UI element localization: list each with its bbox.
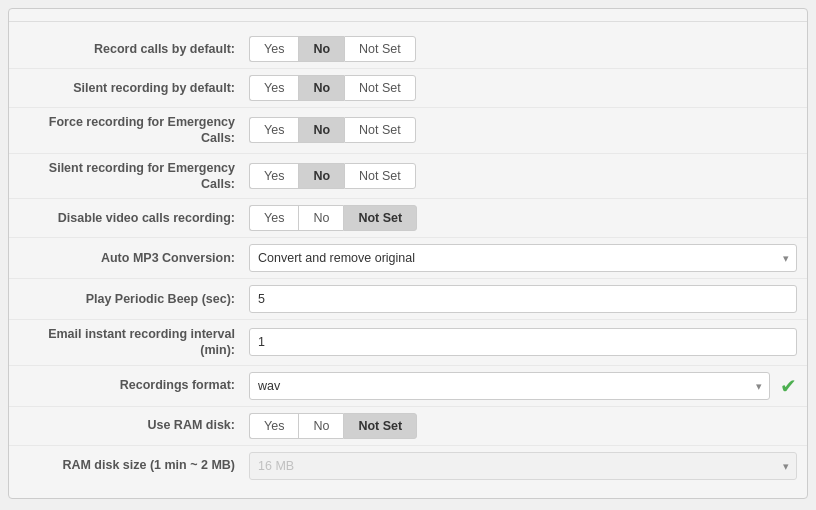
label-silent-recording-emergency: Silent recording for Emergency Calls: (19, 160, 249, 193)
btn-silent-recording-default-no[interactable]: No (298, 75, 344, 101)
check-icon: ✔ (780, 374, 797, 398)
control-ram-disk-size: 16 MB32 MB64 MB128 MB▾ (249, 452, 797, 480)
form-row-disable-video-recording: Disable video calls recording:YesNoNot S… (9, 198, 807, 237)
label-play-periodic-beep: Play Periodic Beep (sec): (19, 291, 249, 307)
form-row-play-periodic-beep: Play Periodic Beep (sec): (9, 278, 807, 319)
label-silent-recording-default: Silent recording by default: (19, 80, 249, 96)
label-disable-video-recording: Disable video calls recording: (19, 210, 249, 226)
form-row-recordings-format: Recordings format:wavmp3ogg▾✔ (9, 365, 807, 406)
btn-group-silent-recording-emergency: YesNoNot Set (249, 163, 416, 189)
select-wrapper-recordings-format: wavmp3ogg▾ (249, 372, 770, 400)
label-force-recording-emergency: Force recording for Emergency Calls: (19, 114, 249, 147)
btn-silent-recording-emergency-not-set[interactable]: Not Set (344, 163, 416, 189)
btn-use-ram-disk-not-set[interactable]: Not Set (343, 413, 417, 439)
btn-silent-recording-emergency-no[interactable]: No (298, 163, 344, 189)
form-row-force-recording-emergency: Force recording for Emergency Calls:YesN… (9, 107, 807, 153)
control-record-calls-default: YesNoNot Set (249, 36, 797, 62)
btn-group-silent-recording-default: YesNoNot Set (249, 75, 416, 101)
label-recordings-format: Recordings format: (19, 377, 249, 393)
control-silent-recording-emergency: YesNoNot Set (249, 163, 797, 189)
control-recordings-format: wavmp3ogg▾✔ (249, 372, 797, 400)
form-row-silent-recording-emergency: Silent recording for Emergency Calls:Yes… (9, 153, 807, 199)
form-row-record-calls-default: Record calls by default:YesNoNot Set (9, 30, 807, 68)
btn-force-recording-emergency-yes[interactable]: Yes (249, 117, 298, 143)
btn-silent-recording-default-not-set[interactable]: Not Set (344, 75, 416, 101)
select-wrapper-auto-mp3-conversion: Convert and remove originalConvert and k… (249, 244, 797, 272)
control-play-periodic-beep (249, 285, 797, 313)
control-email-instant-recording (249, 328, 797, 356)
btn-record-calls-default-not-set[interactable]: Not Set (344, 36, 416, 62)
form-row-ram-disk-size: RAM disk size (1 min ~ 2 MB)16 MB32 MB64… (9, 445, 807, 486)
btn-group-use-ram-disk: YesNoNot Set (249, 413, 417, 439)
panel-title (9, 9, 807, 22)
btn-force-recording-emergency-not-set[interactable]: Not Set (344, 117, 416, 143)
btn-disable-video-recording-not-set[interactable]: Not Set (343, 205, 417, 231)
input-email-instant-recording[interactable] (249, 328, 797, 356)
btn-group-record-calls-default: YesNoNot Set (249, 36, 416, 62)
label-record-calls-default: Record calls by default: (19, 41, 249, 57)
input-play-periodic-beep[interactable] (249, 285, 797, 313)
select-wrapper-ram-disk-size: 16 MB32 MB64 MB128 MB▾ (249, 452, 797, 480)
btn-disable-video-recording-no[interactable]: No (298, 205, 343, 231)
label-ram-disk-size: RAM disk size (1 min ~ 2 MB) (19, 457, 249, 473)
form-row-silent-recording-default: Silent recording by default:YesNoNot Set (9, 68, 807, 107)
select-auto-mp3-conversion[interactable]: Convert and remove originalConvert and k… (249, 244, 797, 272)
control-disable-video-recording: YesNoNot Set (249, 205, 797, 231)
control-use-ram-disk: YesNoNot Set (249, 413, 797, 439)
btn-group-force-recording-emergency: YesNoNot Set (249, 117, 416, 143)
btn-record-calls-default-yes[interactable]: Yes (249, 36, 298, 62)
control-auto-mp3-conversion: Convert and remove originalConvert and k… (249, 244, 797, 272)
control-silent-recording-default: YesNoNot Set (249, 75, 797, 101)
control-force-recording-emergency: YesNoNot Set (249, 117, 797, 143)
btn-silent-recording-default-yes[interactable]: Yes (249, 75, 298, 101)
label-use-ram-disk: Use RAM disk: (19, 417, 249, 433)
btn-group-disable-video-recording: YesNoNot Set (249, 205, 417, 231)
label-auto-mp3-conversion: Auto MP3 Conversion: (19, 250, 249, 266)
call-recordings-panel: Record calls by default:YesNoNot SetSile… (8, 8, 808, 499)
btn-use-ram-disk-no[interactable]: No (298, 413, 343, 439)
btn-force-recording-emergency-no[interactable]: No (298, 117, 344, 143)
btn-disable-video-recording-yes[interactable]: Yes (249, 205, 298, 231)
select-recordings-format[interactable]: wavmp3ogg (249, 372, 770, 400)
label-email-instant-recording: Email instant recording interval (min): (19, 326, 249, 359)
form-row-auto-mp3-conversion: Auto MP3 Conversion:Convert and remove o… (9, 237, 807, 278)
btn-record-calls-default-no[interactable]: No (298, 36, 344, 62)
select-ram-disk-size: 16 MB32 MB64 MB128 MB (249, 452, 797, 480)
form-row-email-instant-recording: Email instant recording interval (min): (9, 319, 807, 365)
btn-use-ram-disk-yes[interactable]: Yes (249, 413, 298, 439)
btn-silent-recording-emergency-yes[interactable]: Yes (249, 163, 298, 189)
form-row-use-ram-disk: Use RAM disk:YesNoNot Set (9, 406, 807, 445)
